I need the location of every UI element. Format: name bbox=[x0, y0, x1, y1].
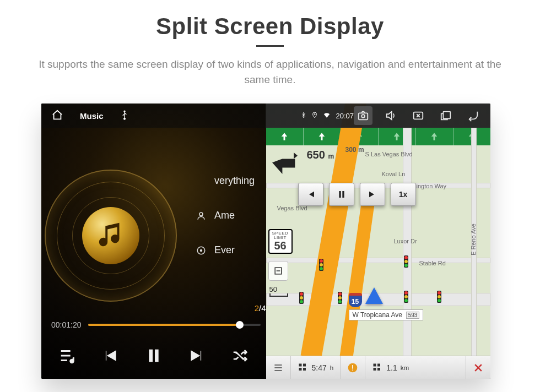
pause-button[interactable] bbox=[141, 342, 167, 369]
home-icon[interactable] bbox=[51, 109, 63, 123]
bluetooth-icon bbox=[300, 111, 307, 121]
turn-panel: 650 m 300 m bbox=[268, 149, 334, 174]
next-track-button[interactable] bbox=[183, 342, 210, 369]
route-playback-controls: 1x bbox=[298, 183, 416, 206]
eta-readout: 5:47h bbox=[291, 356, 341, 379]
device-frame: Music 20:07 bbox=[41, 104, 490, 379]
route-forward-button[interactable] bbox=[360, 183, 385, 206]
person-icon bbox=[196, 211, 207, 221]
exit-number: 593 bbox=[406, 312, 420, 319]
back-button[interactable] bbox=[464, 106, 483, 125]
usb-icon[interactable] bbox=[120, 110, 129, 122]
menu-button[interactable] bbox=[266, 356, 291, 379]
distance-readout: 1.1km bbox=[365, 356, 466, 379]
track-title: verything bbox=[214, 175, 255, 187]
road bbox=[403, 128, 412, 379]
svg-rect-17 bbox=[303, 368, 306, 371]
svg-rect-12 bbox=[342, 191, 344, 198]
music-pane: verything Ame Ever 2/4 00:01:20 bbox=[41, 104, 266, 379]
road-label: E Reno Ave bbox=[470, 224, 477, 255]
svg-point-1 bbox=[314, 113, 315, 115]
svg-rect-23 bbox=[377, 363, 380, 366]
road-label-current: W Tropicana Ave 593 bbox=[349, 309, 424, 320]
map-canvas[interactable]: S Las Vegas Blvd Koval Ln Duke Ellington… bbox=[266, 128, 491, 379]
svg-rect-10 bbox=[155, 350, 158, 361]
track-artist: Ame bbox=[214, 210, 235, 221]
music-controls bbox=[41, 342, 266, 369]
dist-value: 1.1 bbox=[386, 363, 397, 372]
nav-bottom-bar: 5:47h 1.1km bbox=[266, 356, 491, 379]
progress-bar[interactable]: 00:01:20 bbox=[51, 320, 261, 329]
progress-track[interactable] bbox=[88, 324, 261, 326]
system-top-bar: Music 20:07 bbox=[41, 104, 490, 128]
wifi-icon bbox=[322, 111, 331, 121]
topbar-app-label: Music bbox=[80, 111, 104, 121]
svg-point-6 bbox=[199, 213, 203, 216]
scale-value: 50 bbox=[269, 285, 277, 293]
page-indicator: 2/4 bbox=[255, 303, 266, 313]
title-underline bbox=[256, 45, 284, 47]
playlist-button[interactable] bbox=[54, 342, 80, 369]
track-list: verything Ame Ever bbox=[196, 175, 262, 256]
disc-icon bbox=[196, 246, 207, 255]
road-label: Stable Rd bbox=[419, 260, 446, 266]
screenshot-button[interactable] bbox=[354, 106, 372, 125]
current-position-icon bbox=[365, 287, 383, 304]
progress-knob[interactable] bbox=[236, 321, 244, 329]
track-album: Ever bbox=[214, 244, 235, 256]
navigation-pane: S Las Vegas Blvd Koval Ln Duke Ellington… bbox=[266, 104, 491, 379]
lane-arrow-icon bbox=[304, 128, 341, 145]
svg-rect-5 bbox=[443, 112, 450, 119]
traffic-light-icon bbox=[338, 292, 342, 304]
road-name: W Tropicana Ave bbox=[353, 311, 403, 319]
location-icon bbox=[311, 111, 318, 121]
next-turn-unit: m bbox=[358, 146, 364, 154]
track-row-artist[interactable]: Ame bbox=[196, 210, 262, 221]
svg-rect-9 bbox=[149, 350, 152, 361]
album-art-disc[interactable] bbox=[45, 170, 177, 302]
svg-rect-24 bbox=[377, 368, 380, 371]
svg-rect-16 bbox=[303, 363, 306, 366]
prev-track-button[interactable] bbox=[97, 342, 123, 369]
route-pause-button[interactable] bbox=[329, 183, 354, 206]
close-app-button[interactable] bbox=[409, 106, 428, 125]
svg-rect-20 bbox=[352, 369, 353, 371]
traffic-light-icon bbox=[404, 255, 408, 268]
road bbox=[266, 258, 491, 263]
traffic-light-icon bbox=[319, 259, 323, 271]
page-current: 2 bbox=[255, 303, 259, 313]
eta-unit: h bbox=[330, 364, 333, 371]
recent-apps-button[interactable] bbox=[436, 106, 455, 125]
svg-rect-15 bbox=[299, 368, 301, 371]
speed-limit-sign: SPEED LIMIT 56 bbox=[268, 229, 293, 254]
elapsed-time: 00:01:20 bbox=[51, 320, 82, 329]
shuffle-button[interactable] bbox=[226, 342, 253, 369]
page-title: Split Screen Display bbox=[0, 13, 540, 40]
map-scale: 50 bbox=[269, 285, 288, 297]
svg-rect-19 bbox=[352, 365, 353, 369]
route-rewind-button[interactable] bbox=[298, 183, 323, 206]
svg-point-8 bbox=[201, 249, 202, 251]
music-note-icon bbox=[82, 207, 139, 264]
turn-unit: m bbox=[328, 153, 334, 160]
track-row-album[interactable]: Ever bbox=[196, 244, 262, 256]
turn-left-icon bbox=[268, 149, 301, 174]
page-description: It supports the same screen display of t… bbox=[28, 57, 512, 87]
dist-unit: km bbox=[401, 364, 409, 371]
speed-value: 56 bbox=[269, 240, 291, 251]
road-label: Luxor Dr bbox=[394, 238, 417, 244]
status-clock: 20:07 bbox=[336, 112, 354, 120]
svg-rect-21 bbox=[374, 363, 376, 366]
warning-button[interactable] bbox=[341, 356, 365, 379]
track-row-current[interactable]: verything bbox=[196, 175, 262, 187]
status-icons: 20:07 bbox=[300, 111, 354, 121]
close-nav-button[interactable] bbox=[466, 356, 490, 379]
route-speed-button[interactable]: 1x bbox=[391, 183, 416, 206]
volume-button[interactable] bbox=[381, 106, 400, 125]
svg-point-0 bbox=[123, 111, 125, 112]
zoom-out-button[interactable] bbox=[268, 261, 288, 281]
lane-guidance-bar bbox=[266, 128, 491, 145]
svg-point-3 bbox=[361, 115, 365, 118]
svg-rect-11 bbox=[339, 191, 341, 198]
turn-distance: 650 bbox=[307, 149, 325, 161]
